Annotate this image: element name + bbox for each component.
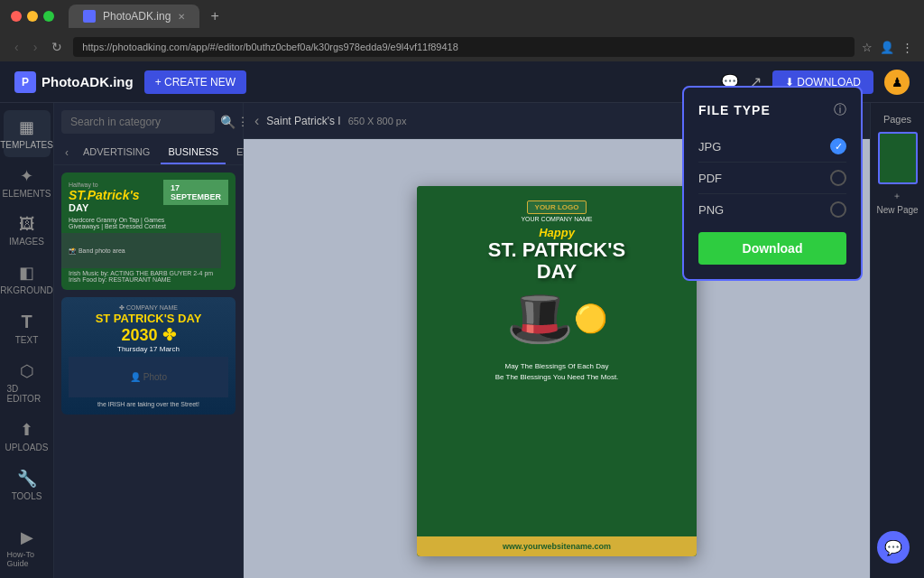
browser-chrome: PhotoADK.ing ✕ + ‹ › ↻ https://photoadki… [0, 0, 924, 61]
url-text: https://photoadking.com/app/#/editor/b0u… [82, 42, 457, 52]
template-card-1[interactable]: 17SEPTEMBER Halfway to ST.Patrick's DAY … [61, 172, 236, 290]
template-2-logo: ✤ COMPANY NAME [119, 304, 178, 312]
canvas-prev-button[interactable]: ‹ [254, 113, 259, 129]
nav-item-uploads[interactable]: ⬆ UPLOADS [4, 413, 51, 460]
nav-item-background[interactable]: ◧ RKGROUND [4, 256, 51, 303]
elements-label: ELEMENTS [3, 189, 51, 199]
templates-label: TEMPLATES [0, 140, 53, 150]
template-2-inner: ✤ COMPANY NAME ST PATRICK'S DAY 2030 ✤ T… [61, 297, 236, 415]
canvas-name: Saint Patrick's I [266, 115, 340, 127]
jpg-label: JPG [698, 140, 721, 154]
file-type-header: FILE TYPE ⓘ [698, 102, 846, 118]
images-label: IMAGES [9, 237, 44, 247]
logo-area: YOUR LOGO YOUR COMPANY NAME [521, 200, 592, 222]
logo-text: PhotoADK.ing [42, 74, 134, 89]
templates-icon: ▦ [19, 117, 34, 137]
template-grid: 17SEPTEMBER Halfway to ST.Patrick's DAY … [54, 165, 243, 578]
page-thumbnail [878, 132, 918, 184]
page-thumb-1[interactable] [878, 132, 918, 184]
user-avatar[interactable]: ♟ [884, 70, 910, 95]
close-button[interactable] [11, 11, 22, 22]
template-1-music: 📸 Band photo area [61, 233, 221, 268]
nav-item-templates[interactable]: ▦ TEMPLATES [4, 110, 51, 157]
png-label: PNG [698, 203, 724, 217]
how-to-icon: ▶ [21, 527, 33, 547]
logo-badge: YOUR LOGO [527, 200, 587, 214]
happy-text: Happy [539, 226, 575, 239]
pages-side-label: Pages [883, 114, 911, 125]
background-label: RKGROUND [0, 285, 52, 295]
menu-icon[interactable]: ⋮ [901, 41, 913, 54]
uploads-icon: ⬆ [20, 420, 33, 440]
category-tab-business[interactable]: BUSINESS [161, 141, 226, 164]
popup-download-button[interactable]: Download [698, 232, 846, 265]
chat-icon: 💬 [884, 539, 902, 556]
3d-editor-icon: ⬡ [20, 361, 34, 381]
template-2-date: Thursday 17 March [117, 345, 180, 353]
nav-item-text[interactable]: T TEXT [4, 304, 51, 352]
new-page-icon: ＋ [892, 190, 901, 202]
text-label: TEXT [15, 335, 39, 345]
nav-item-3d-editor[interactable]: ⬡ 3D EDITOR [4, 354, 51, 411]
nav-item-elements[interactable]: ✦ ELEMENTS [4, 159, 51, 206]
category-tabs-bar: ‹ ADVERTISING BUSINESS EVENT › ⤢ [54, 141, 243, 165]
nav-item-images[interactable]: 🖼 IMAGES [4, 208, 51, 254]
template-card-2[interactable]: ✤ COMPANY NAME ST PATRICK'S DAY 2030 ✤ T… [61, 297, 236, 415]
template-search-bar: 🔍 ☰ [54, 103, 243, 141]
images-icon: 🖼 [19, 215, 35, 234]
address-field[interactable]: https://photoadking.com/app/#/editor/b0u… [73, 37, 855, 57]
bookmark-icon[interactable]: ☆ [862, 41, 873, 54]
company-name: YOUR COMPANY NAME [521, 216, 592, 222]
chat-bubble[interactable]: 💬 [877, 531, 910, 564]
template-2-year: 2030 ✤ [121, 325, 175, 345]
info-icon[interactable]: ⓘ [834, 102, 846, 118]
category-prev-button[interactable]: ‹ [61, 143, 72, 163]
nav-item-how-to[interactable]: ▶ How-To Guide [4, 520, 51, 575]
design-content: YOUR LOGO YOUR COMPANY NAME Happy ST. PA… [417, 186, 697, 556]
tab-close-icon[interactable]: ✕ [178, 12, 185, 22]
new-tab-button[interactable]: + [210, 8, 218, 24]
new-page-button[interactable]: ＋ New Page [871, 184, 923, 220]
browser-titlebar: PhotoADK.ing ✕ + [0, 0, 924, 33]
search-button[interactable]: 🔍 [220, 110, 236, 134]
st-patrick-title: ST. PATRICK'S DAY [488, 239, 625, 283]
nav-item-tools[interactable]: 🔧 TOOLS [4, 461, 51, 508]
search-input[interactable] [61, 110, 215, 134]
category-tab-advertising[interactable]: ADVERTISING [76, 141, 157, 164]
file-type-title: FILE TYPE [698, 103, 771, 117]
3d-editor-label: 3D EDITOR [7, 384, 47, 404]
tools-icon: 🔧 [17, 469, 37, 489]
template-panel: 🔍 ☰ ‹ ADVERTISING BUSINESS EVENT › ⤢ 17S… [54, 103, 244, 578]
minimize-button[interactable] [27, 11, 38, 22]
title-line1: ST. PATRICK'S [488, 238, 625, 261]
profile-icon[interactable]: 👤 [880, 41, 894, 54]
hat-area: 🎩 🟡 [506, 286, 607, 350]
tab-favicon [83, 10, 96, 23]
new-page-label: New Page [876, 205, 918, 215]
back-button[interactable]: ‹ [11, 40, 23, 54]
blessings-line2: Be The Blessings You Need The Most. [495, 373, 619, 381]
maximize-button[interactable] [43, 11, 54, 22]
png-radio[interactable] [830, 201, 846, 218]
pdf-label: PDF [698, 172, 722, 185]
design-canvas[interactable]: YOUR LOGO YOUR COMPANY NAME Happy ST. PA… [417, 186, 697, 556]
file-type-png-option[interactable]: PNG [698, 194, 846, 225]
file-type-popup: FILE TYPE ⓘ JPG PDF PNG Download [682, 86, 863, 281]
refresh-button[interactable]: ↻ [48, 40, 66, 54]
jpg-radio[interactable] [830, 138, 846, 154]
template-1-details: Hardcore Granny On Tap | GamesGiveaways … [69, 217, 228, 229]
app-logo: P PhotoADK.ing [14, 71, 134, 93]
template-2-photo: 👤 Photo [69, 357, 228, 397]
template-2-caption: the IRISH are taking over the Street! [97, 401, 199, 407]
pdf-radio[interactable] [830, 170, 846, 186]
text-icon: T [21, 312, 32, 332]
create-new-button[interactable]: + CREATE NEW [144, 70, 246, 94]
browser-addressbar: ‹ › ↻ https://photoadking.com/app/#/edit… [0, 33, 924, 61]
file-type-pdf-option[interactable]: PDF [698, 163, 846, 194]
browser-tab[interactable]: PhotoADK.ing ✕ [69, 5, 199, 28]
coins-emoji: 🟡 [574, 303, 607, 334]
file-type-jpg-option[interactable]: JPG [698, 131, 846, 163]
title-line2: DAY [537, 260, 577, 283]
left-nav: ▦ TEMPLATES ✦ ELEMENTS 🖼 IMAGES ◧ RKGROU… [0, 103, 54, 578]
forward-button[interactable]: › [30, 40, 42, 54]
